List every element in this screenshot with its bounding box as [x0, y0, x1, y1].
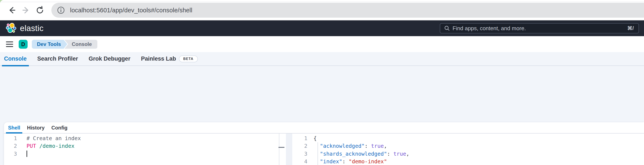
code-line: 1# Create an index: [4, 134, 279, 142]
console-subtabs: ShellHistoryConfig: [4, 122, 644, 133]
address-bar[interactable]: localhost:5601/app/dev_tools#/console/sh…: [51, 3, 644, 18]
tab-label: Console: [4, 56, 27, 62]
tabstrip-divider: [0, 2, 644, 2]
browser-toolbar: localhost:5601/app/dev_tools#/console/sh…: [0, 0, 644, 21]
line-number: 3: [4, 151, 20, 157]
editor-split-view: 1# Create an index2PUT /demo-index3 1{2 …: [4, 133, 644, 165]
global-search-input[interactable]: Find apps, content, and more. ⌘/: [440, 23, 639, 33]
code-line: 4 "index": "demo-index": [292, 158, 644, 165]
tab-console[interactable]: Console: [2, 52, 29, 66]
tab-search-profiler[interactable]: Search Profiler: [35, 52, 80, 66]
search-icon: [444, 25, 450, 31]
code-line: 2 "acknowledged": true,: [292, 142, 644, 150]
page-background: ConsoleSearch ProfilerGrok DebuggerPainl…: [0, 52, 644, 165]
code-text: [20, 150, 27, 158]
pane-resizer[interactable]: [286, 133, 292, 165]
tab-label: Search Profiler: [37, 56, 78, 62]
subtab-history[interactable]: History: [25, 122, 47, 133]
line-number: 2: [292, 143, 310, 149]
console-panel: ShellHistoryConfig 1# Create an index2PU…: [4, 122, 644, 165]
response-editor[interactable]: 1{2 "acknowledged": true,3 "shards_ackno…: [292, 133, 644, 165]
code-text: {: [310, 134, 317, 142]
code-line: 1{: [292, 134, 644, 142]
breadcrumb-bar: D Dev Tools Console: [0, 36, 644, 52]
elastic-header: elastic Find apps, content, and more. ⌘/: [0, 21, 644, 36]
back-icon[interactable]: [7, 6, 16, 15]
beta-badge: BETA: [179, 56, 198, 62]
resizer-handle-icon[interactable]: [278, 147, 284, 148]
forward-icon[interactable]: [21, 6, 30, 15]
code-line: 3 "shards_acknowledged": true,: [292, 150, 644, 158]
line-number: 4: [292, 158, 310, 164]
text-cursor: [26, 150, 27, 157]
elastic-wordmark[interactable]: elastic: [20, 24, 44, 33]
breadcrumb-dev-tools[interactable]: Dev Tools: [32, 40, 67, 49]
tab-label: History: [27, 125, 44, 131]
code-text: "shards_acknowledged": true,: [310, 150, 410, 158]
code-line: 3: [4, 150, 279, 158]
tab-label: Grok Debugger: [89, 56, 130, 62]
browser-window: localhost:5601/app/dev_tools#/console/sh…: [0, 0, 644, 165]
tab-label: Shell: [8, 125, 20, 131]
tab-label: Painless Lab: [141, 56, 176, 62]
line-number: 1: [292, 135, 310, 141]
breadcrumb-console: Console: [64, 40, 98, 49]
search-placeholder: Find apps, content, and more.: [452, 25, 627, 32]
elastic-logo-icon[interactable]: [6, 23, 17, 34]
site-info-icon[interactable]: [57, 6, 65, 14]
code-text: "acknowledged": true,: [310, 142, 387, 150]
code-text: PUT /demo-index: [20, 142, 74, 150]
search-shortcut-hint: ⌘/: [627, 25, 634, 31]
request-editor[interactable]: 1# Create an index2PUT /demo-index3: [4, 133, 279, 165]
menu-icon[interactable]: [6, 42, 13, 47]
code-text: "index": "demo-index": [310, 158, 387, 165]
breadcrumb: Dev Tools Console: [32, 40, 98, 49]
space-avatar[interactable]: D: [19, 40, 28, 49]
line-number: 1: [4, 135, 20, 141]
line-number: 2: [4, 143, 20, 149]
url-text[interactable]: localhost:5601/app/dev_tools#/console/sh…: [70, 7, 192, 14]
tab-painless-lab[interactable]: Painless LabBETA: [139, 52, 200, 66]
tab-grok-debugger[interactable]: Grok Debugger: [86, 52, 133, 66]
code-text: # Create an index: [20, 134, 81, 142]
code-line: 2PUT /demo-index: [4, 142, 279, 150]
subtab-shell[interactable]: Shell: [6, 122, 22, 133]
line-number: 3: [292, 151, 310, 157]
dev-tools-tabs: ConsoleSearch ProfilerGrok DebuggerPainl…: [0, 52, 644, 66]
subtab-config[interactable]: Config: [49, 122, 70, 133]
refresh-icon[interactable]: [35, 6, 44, 15]
tab-label: Config: [51, 125, 68, 131]
